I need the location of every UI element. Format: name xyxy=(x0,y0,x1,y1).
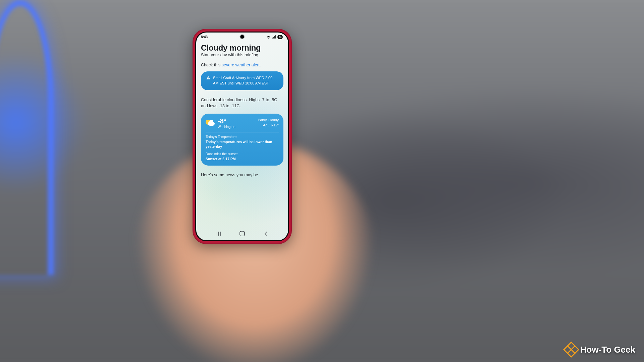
svg-rect-0 xyxy=(240,231,245,236)
today-temp-text: Today's temperatures will be lower than … xyxy=(206,139,279,149)
punch-hole-camera xyxy=(240,35,244,39)
warning-icon xyxy=(206,76,210,86)
recents-button[interactable] xyxy=(212,231,225,236)
howtogeek-logo-icon xyxy=(563,342,579,358)
today-temp-label: Today's Temperature xyxy=(206,135,279,139)
briefing-content: Cloudy morning Start your day with this … xyxy=(196,41,288,178)
wifi-icon xyxy=(266,35,271,39)
phone-bezel: 8:43 84 Cloudy morning Start your day wi… xyxy=(195,32,289,241)
location-label: Washington xyxy=(218,125,235,129)
status-time: 8:43 xyxy=(201,35,208,39)
condition-label: Partly Cloudy xyxy=(258,118,279,123)
home-button[interactable] xyxy=(235,231,249,236)
high-low-label: ↑-6° / ↓-12° xyxy=(258,123,279,128)
watermark: How-To Geek xyxy=(566,344,635,355)
signal-icon xyxy=(272,35,276,39)
phone-frame: 8:43 84 Cloudy morning Start your day wi… xyxy=(193,29,292,244)
forecast-summary: Considerable cloudiness. Highs -7 to -5C… xyxy=(201,97,283,109)
neon-arch-decoration xyxy=(0,0,54,275)
alert-prefix: Check this xyxy=(201,63,222,67)
partly-cloudy-icon xyxy=(206,119,215,128)
card-divider xyxy=(206,132,279,132)
back-button[interactable] xyxy=(259,231,273,236)
status-indicators: 84 xyxy=(266,35,283,39)
alert-suffix: . xyxy=(260,63,261,67)
weather-card[interactable]: -8° Washington Partly Cloudy ↑-6° / ↓-12… xyxy=(201,114,283,166)
watermark-text: How-To Geek xyxy=(580,345,635,355)
advisory-card[interactable]: Small Craft Advisory from WED 2:00 AM ES… xyxy=(201,71,283,90)
android-nav-bar xyxy=(196,227,288,240)
current-temperature: -8° xyxy=(218,118,235,124)
phone-screen: 8:43 84 Cloudy morning Start your day wi… xyxy=(196,33,288,240)
page-title: Cloudy morning xyxy=(201,43,283,53)
alert-sentence: Check this severe weather alert. xyxy=(201,63,283,67)
page-subtitle: Start your day with this briefing. xyxy=(201,53,283,57)
sunset-text: Sunset at 5:17 PM xyxy=(206,157,279,161)
news-intro: Here's some news you may be xyxy=(201,172,283,178)
battery-pill: 84 xyxy=(277,35,283,39)
sunset-label: Don't miss the sunset xyxy=(206,152,279,156)
advisory-text: Small Craft Advisory from WED 2:00 AM ES… xyxy=(213,75,278,86)
severe-weather-link[interactable]: severe weather alert xyxy=(222,63,260,67)
